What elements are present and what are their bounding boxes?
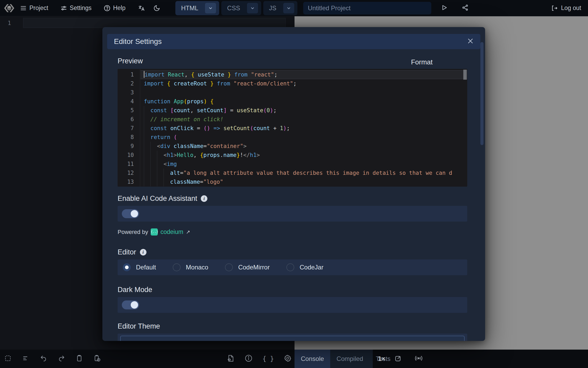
translate-button[interactable] <box>138 4 145 12</box>
radio-codejar[interactable]: CodeJar <box>286 263 323 271</box>
selection-icon <box>4 355 12 362</box>
console-tab-bar: Console Compiled Tests <box>295 350 373 368</box>
copy-button[interactable] <box>76 355 83 363</box>
align-left-icon <box>22 355 29 362</box>
open-preview-window-button[interactable] <box>394 354 402 363</box>
select-all-button[interactable] <box>4 355 12 363</box>
code-line: 3 <box>118 88 467 97</box>
info-button[interactable] <box>245 354 253 363</box>
code-line: 12alt="a long alt attribute value that d… <box>118 168 467 177</box>
braces-button[interactable]: { } <box>262 355 274 362</box>
code-scrollbar[interactable] <box>463 70 467 80</box>
project-name-input[interactable] <box>303 2 431 14</box>
editor-choice-row: Default Monaco CodeMirror CodeJar <box>118 259 467 275</box>
tab-html-label: HTML <box>181 4 198 12</box>
menu-project[interactable]: Project <box>20 4 48 12</box>
code-line: 13className="logo" <box>118 177 467 186</box>
live-broadcast-button[interactable] <box>414 354 423 363</box>
radio-circle <box>286 263 294 271</box>
code-line: 7const onClick = () => setCount(count + … <box>118 124 467 133</box>
file-tabs: HTML CSS JS <box>175 1 297 15</box>
external-link-icon <box>394 354 402 362</box>
radio-monaco[interactable]: Monaco <box>173 263 208 271</box>
dialog-title: Editor Settings <box>114 37 467 46</box>
close-icon <box>467 37 474 45</box>
editor-settings-button[interactable] <box>284 354 292 363</box>
menu-settings[interactable]: Settings <box>60 4 92 12</box>
chevron-down-icon <box>286 6 291 11</box>
paste-button[interactable] <box>93 355 101 363</box>
code-line: 4function App(props) { <box>118 97 467 106</box>
line-number: 8 <box>118 133 134 142</box>
text-cursor <box>144 71 144 78</box>
close-dialog-button[interactable] <box>467 37 474 46</box>
redo-icon <box>58 355 65 362</box>
code-line: 11<img <box>118 160 467 168</box>
radio-circle <box>225 263 233 271</box>
tab-js-label: JS <box>269 4 276 12</box>
tab-compiled-label: Compiled <box>337 355 363 362</box>
file-link-button[interactable] <box>227 354 235 363</box>
format-button[interactable]: Format <box>411 58 433 66</box>
radio-default[interactable]: Default <box>123 263 156 271</box>
tab-console-label: Console <box>301 355 324 362</box>
chevron-down-icon <box>208 6 213 11</box>
code-line: 10<h1>Hello, {props.name}!</h1> <box>118 151 467 160</box>
undo-button[interactable] <box>40 355 47 363</box>
dark-mode-toggle[interactable] <box>122 300 139 309</box>
ai-info-icon[interactable]: i <box>201 195 207 202</box>
radio-default-label: Default <box>136 264 156 271</box>
format-code-button[interactable] <box>22 355 29 363</box>
undo-icon <box>40 355 47 362</box>
code-line: 9<div className="container"> <box>118 142 467 151</box>
modal-scrollbar[interactable] <box>480 42 484 145</box>
tab-js-menu-button[interactable] <box>283 3 294 13</box>
ai-assistant-heading: Enable AI Code Assistant i <box>118 195 467 203</box>
dark-mode-button[interactable] <box>153 5 160 12</box>
tab-js[interactable]: JS <box>263 1 297 15</box>
line-number: 1 <box>118 70 134 79</box>
code-line: 1import React, { useState } from "react"… <box>118 70 467 79</box>
logout-button[interactable]: Log out <box>551 4 581 12</box>
help-icon <box>104 5 111 12</box>
line-number: 9 <box>118 142 134 151</box>
menu-help-label: Help <box>113 4 125 12</box>
tab-html-menu-button[interactable] <box>205 3 216 13</box>
menu-settings-label: Settings <box>70 4 92 12</box>
tab-css-label: CSS <box>227 4 240 12</box>
editor-theme-select[interactable] <box>120 336 465 341</box>
gear-icon <box>284 354 292 362</box>
tab-css-menu-button[interactable] <box>247 3 258 13</box>
tab-console[interactable]: Console <box>295 350 330 368</box>
info-icon <box>245 354 253 362</box>
line-number: 1 <box>5 18 11 28</box>
menu-help[interactable]: Help <box>104 4 125 12</box>
share-icon <box>462 4 469 11</box>
code-preview[interactable]: 1import React, { useState } from "react"… <box>118 69 467 187</box>
code-line: 5const [count, setCount] = useState(0); <box>118 106 467 115</box>
bottom-toolbar: { } Console Compiled Tests 1× <box>0 350 588 368</box>
line-number: 4 <box>118 97 134 106</box>
clipboard-minus-icon <box>93 355 101 362</box>
tab-html[interactable]: HTML <box>175 1 219 15</box>
line-number: 3 <box>118 88 134 97</box>
app-logo-icon[interactable] <box>3 2 15 14</box>
share-button[interactable] <box>462 4 469 12</box>
codeium-icon: {..} <box>151 228 158 236</box>
radio-codemirror[interactable]: CodeMirror <box>225 263 270 271</box>
run-button[interactable] <box>441 4 448 12</box>
tab-css[interactable]: CSS <box>221 1 261 15</box>
codeium-link[interactable]: codeium <box>160 228 183 236</box>
hamburger-icon <box>20 5 27 12</box>
clipboard-icon <box>76 355 83 362</box>
redo-button[interactable] <box>58 355 65 363</box>
radio-circle <box>173 263 181 271</box>
editor-info-icon[interactable]: i <box>140 249 146 255</box>
zoom-level[interactable]: 1× <box>378 355 385 362</box>
broadcast-icon <box>414 354 423 362</box>
ai-assistant-toggle[interactable] <box>122 209 139 218</box>
tab-compiled[interactable]: Compiled <box>330 350 369 368</box>
radio-circle <box>123 263 131 271</box>
menu-project-label: Project <box>29 4 48 12</box>
line-number: 2 <box>118 79 134 88</box>
